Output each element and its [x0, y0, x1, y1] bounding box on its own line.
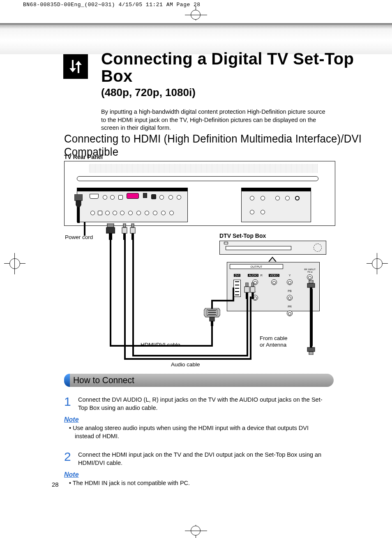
coax-connector-icon — [307, 280, 316, 290]
hdmi-cable-seg — [110, 239, 111, 346]
from-cable-label: From cable or Antenna — [260, 335, 288, 348]
svg-rect-14 — [131, 223, 134, 228]
svg-rect-15 — [130, 228, 135, 233]
svg-rect-8 — [208, 314, 216, 315]
svg-rect-26 — [309, 352, 313, 355]
page-title: Connecting a Digital TV Set-Top Box — [101, 50, 368, 85]
tv-input-group-left — [77, 188, 188, 222]
video-label: VIDEO — [269, 274, 279, 277]
svg-rect-11 — [123, 223, 126, 228]
rca-connector-icon — [250, 283, 256, 299]
y-jack-icon — [287, 279, 293, 285]
step-1-text: Connect the DVI AUDIO (L, R) input jacks… — [78, 396, 325, 412]
pr-label: PR — [288, 305, 292, 308]
svg-rect-1 — [77, 207, 80, 223]
audio-label: AUDIO — [248, 274, 258, 277]
connection-arrows-icon — [63, 54, 88, 79]
tv-rear-panel-label: TV Rear Panel — [64, 154, 103, 160]
from-cable-line2: or Antenna — [260, 342, 286, 348]
coax-connector-icon — [307, 345, 316, 355]
rf-ohm-label: 75 Ω — [304, 271, 316, 273]
how-to-connect-heading: How to Connect — [73, 375, 134, 386]
page-subtitle: (480p, 720p, 1080i) — [101, 86, 368, 99]
pr-jack-icon — [287, 310, 293, 316]
svg-rect-28 — [310, 345, 312, 347]
note-heading: Note — [64, 471, 334, 478]
crop-mark-bottom — [185, 525, 207, 536]
video-jack-icon — [271, 279, 277, 285]
audio-cable-seg — [250, 297, 251, 360]
coax-cable — [310, 288, 313, 347]
print-header: BN68-00835D-00Eng_(002~031) 4/15/05 11:2… — [23, 2, 201, 8]
pb-jack-icon — [287, 295, 293, 301]
crop-mark-top — [185, 9, 207, 21]
y-label: Y — [289, 274, 291, 277]
dtv-output-panel: OUTPUT DVI AUDIO R L VIDEO Y PB PR RF IN… — [227, 262, 320, 311]
tv-rear-panel — [64, 161, 335, 226]
output-label: OUTPUT — [230, 264, 283, 269]
audio-cable-seg — [132, 355, 248, 356]
svg-rect-0 — [75, 194, 83, 201]
hdmi-cable-seg — [233, 287, 234, 301]
svg-rect-20 — [251, 283, 254, 287]
dvi-label: DVI — [234, 274, 240, 277]
note-heading: Note — [64, 416, 334, 423]
dtv-box-label: DTV Set-Top Box — [219, 232, 266, 239]
bar-accent — [64, 374, 70, 387]
note-1-text: • Use analog stereo audio inputs when us… — [64, 424, 315, 440]
dtv-set-top-box — [219, 241, 326, 255]
tv-input-group-right — [241, 188, 311, 222]
dvi-jack-icon — [233, 280, 241, 297]
step-1: 1 Connect the DVI AUDIO (L, R) input jac… — [64, 396, 334, 412]
hdmi-connector-icon — [106, 223, 115, 240]
svg-rect-7 — [208, 312, 216, 313]
crop-mark-right — [367, 253, 388, 274]
hdmi-cable-label: HDMI/DVI cable — [141, 342, 180, 348]
svg-rect-17 — [246, 283, 248, 287]
connection-diagram: OUTPUT DVI AUDIO R L VIDEO Y PB PR RF IN… — [64, 161, 335, 370]
power-cord-icon — [71, 194, 86, 223]
page-description: By inputting a high-bandwidth digital co… — [101, 108, 331, 132]
section-heading: Connecting to HDMI (High Definition Mult… — [64, 132, 366, 159]
svg-rect-24 — [307, 283, 315, 287]
svg-rect-27 — [307, 347, 315, 352]
power-cord-label: Power cord — [65, 234, 93, 240]
svg-rect-9 — [210, 317, 214, 321]
how-to-connect-section: How to Connect 1 Connect the DVI AUDIO (… — [64, 374, 334, 487]
step-2-number: 2 — [64, 451, 72, 467]
audio-cable-seg — [247, 297, 248, 356]
rf-jack-icon — [307, 274, 313, 280]
svg-rect-3 — [106, 228, 115, 233]
page-number: 28 — [52, 481, 59, 488]
svg-rect-21 — [251, 287, 255, 292]
hdmi-cable-seg — [211, 301, 213, 309]
svg-rect-18 — [244, 287, 249, 292]
pb-label: PB — [288, 290, 291, 292]
svg-rect-22 — [251, 292, 254, 299]
svg-rect-2 — [107, 223, 114, 228]
svg-rect-12 — [122, 228, 127, 233]
svg-rect-23 — [309, 280, 313, 283]
title-block: Connecting a Digital TV Set-Top Box (480… — [64, 50, 368, 132]
step-2: 2 Connect the HDMI input jack on the TV … — [64, 451, 334, 467]
svg-rect-19 — [246, 292, 248, 299]
svg-rect-6 — [208, 310, 216, 311]
r-label: R — [261, 274, 263, 277]
page: BN68-00835D-00Eng_(002~031) 4/15/05 11:2… — [0, 0, 392, 538]
audio-cable-seg — [124, 358, 251, 360]
audio-cable-label: Audio cable — [171, 361, 200, 368]
step-2-text: Connect the HDMI input jack on the TV an… — [78, 451, 325, 467]
audio-cable-seg — [124, 239, 126, 359]
rca-connector-icon — [244, 283, 250, 299]
svg-rect-10 — [211, 321, 213, 326]
how-to-connect-bar: How to Connect — [64, 374, 334, 387]
svg-rect-25 — [310, 287, 312, 290]
rca-connector-icon — [122, 223, 127, 240]
audio-cable-seg — [132, 239, 134, 356]
crop-mark-left — [4, 253, 25, 274]
hdmi-cable-seg — [211, 300, 234, 301]
dvi-connector-icon — [204, 308, 220, 326]
rca-connector-icon — [130, 223, 136, 240]
power-cable — [84, 222, 85, 236]
note-2-text: • The HDMI IN jack is not compatible wit… — [64, 479, 315, 487]
